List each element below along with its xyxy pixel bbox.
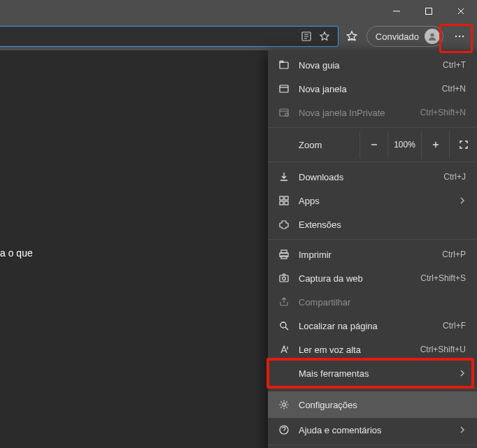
zoom-in-button[interactable] [421,131,449,159]
download-icon [278,171,290,183]
menu-label: Apps [299,196,450,206]
menu-item-print[interactable]: Imprimir Ctrl+P [268,243,477,266]
menu-item-new-tab[interactable]: Nova guia Ctrl+T [268,53,477,77]
menu-separator [268,445,477,445]
apps-icon [278,194,290,207]
menu-item-zoom: Zoom 100% [268,131,477,159]
menu-separator [268,127,477,128]
zoom-out-button[interactable] [359,131,387,159]
svg-rect-0 [426,8,432,15]
menu-item-new-window[interactable]: Nova janela Ctrl+N [268,77,477,101]
new-tab-icon [278,59,290,71]
menu-item-help[interactable]: Ajuda e comentários [268,418,477,442]
menu-label: Localizar na página [299,321,434,331]
gear-icon [278,398,290,411]
menu-label: Imprimir [299,250,434,260]
profile-label: Convidado [376,31,419,42]
address-bar[interactable] [0,26,339,47]
menu-item-downloads[interactable]: Downloads Ctrl+J [268,165,477,189]
svg-point-19 [283,277,286,280]
share-icon [278,296,290,308]
menu-separator [268,239,477,240]
menu-label: Extensões [299,219,466,230]
menu-label: Configurações [299,400,466,410]
svg-point-3 [455,36,457,37]
extensions-icon [278,218,290,231]
menu-shortcut: Ctrl+J [443,172,466,182]
menu-item-apps[interactable]: Apps [268,189,477,212]
svg-point-20 [280,322,286,328]
profile-button[interactable]: Convidado [366,26,443,47]
menu-shortcut: Ctrl+T [443,60,466,70]
menu-item-read-aloud[interactable]: Ler em voz alta Ctrl+Shift+U [268,338,477,361]
menu-shortcut: Ctrl+N [442,84,466,94]
chevron-right-icon [459,368,466,379]
window-minimize-button[interactable] [380,0,413,22]
browser-toolbar: Convidado [0,22,477,50]
menu-label: Nova guia [299,60,434,71]
menu-item-find[interactable]: Localizar na página Ctrl+F [268,314,477,338]
settings-and-more-menu: Nova guia Ctrl+T Nova janela Ctrl+N Nova… [268,50,477,448]
menu-separator [268,161,477,162]
svg-rect-14 [285,201,288,205]
menu-label: Downloads [299,172,435,182]
read-aloud-icon [278,343,290,356]
favorite-star-icon[interactable] [315,27,334,45]
menu-item-extensions[interactable]: Extensões [268,212,477,236]
fullscreen-button[interactable] [449,131,477,159]
menu-label: Ler em voz alta [299,345,412,355]
zoom-value: 100% [387,131,421,159]
find-icon [278,319,290,332]
menu-label: Captura da web [299,273,412,284]
menu-shortcut: Ctrl+Shift+U [420,345,466,354]
menu-item-settings[interactable]: Configurações [268,391,477,418]
window-maximize-button[interactable] [413,0,445,22]
menu-label: Ajuda e comentários [299,425,450,435]
settings-and-more-button[interactable] [446,24,473,48]
zoom-label: Zoom [299,140,359,150]
menu-shortcut: Ctrl+P [442,250,466,259]
inprivate-icon [278,106,290,119]
menu-separator [268,388,477,389]
web-capture-icon [278,272,290,284]
svg-rect-6 [280,62,288,68]
svg-rect-9 [280,109,288,116]
svg-rect-8 [280,85,288,92]
page-text-fragment: a o que [0,247,33,259]
menu-label: Nova janela InPrivate [299,108,412,118]
print-icon [278,248,290,261]
favorites-bar-button[interactable] [339,23,365,50]
menu-item-new-inprivate: Nova janela InPrivate Ctrl+Shift+N [268,101,477,124]
svg-point-5 [462,36,464,37]
window-close-button[interactable] [445,0,477,22]
svg-rect-13 [280,201,283,205]
menu-label: Compartilhar [299,297,466,308]
menu-item-web-capture[interactable]: Captura da web Ctrl+Shift+S [268,266,477,290]
menu-shortcut: Ctrl+Shift+S [420,273,466,283]
menu-shortcut: Ctrl+F [443,321,466,331]
chevron-right-icon [459,196,466,206]
svg-rect-12 [285,196,288,200]
menu-label: Mais ferramentas [299,368,450,379]
svg-point-4 [459,36,460,37]
svg-point-21 [283,403,286,407]
window-titlebar [0,0,477,22]
menu-shortcut: Ctrl+Shift+N [420,108,466,117]
avatar-icon [425,29,440,44]
chevron-right-icon [459,425,466,435]
reading-list-icon[interactable] [297,27,315,45]
svg-rect-15 [281,250,287,253]
svg-rect-18 [280,275,288,282]
menu-item-share: Compartilhar [268,290,477,314]
new-window-icon [278,82,290,95]
menu-item-more-tools[interactable]: Mais ferramentas [268,361,477,385]
menu-label: Nova janela [299,84,434,94]
help-icon [278,424,290,436]
svg-point-2 [430,33,434,36]
svg-rect-11 [280,196,283,200]
